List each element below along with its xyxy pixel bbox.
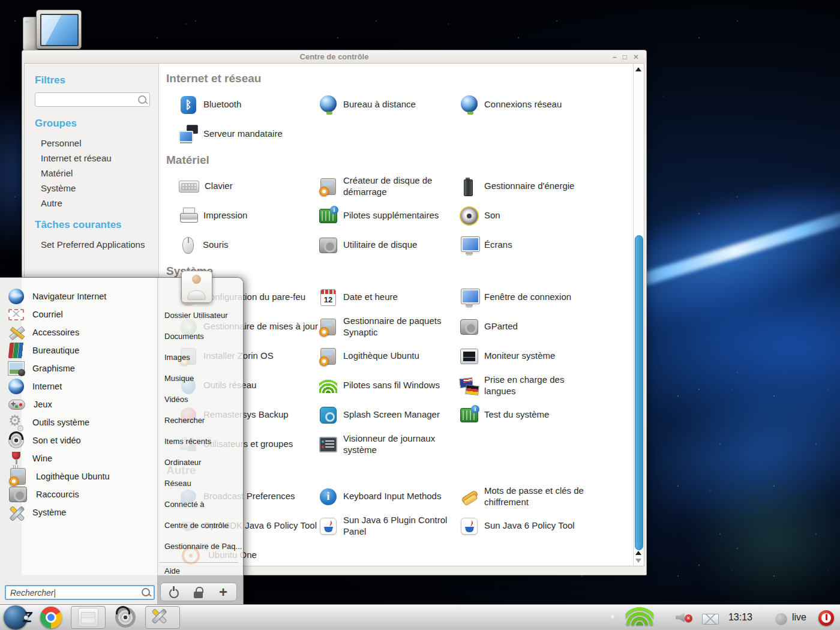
scroll-down-icon[interactable] xyxy=(635,559,641,563)
menu-place-item[interactable]: Documents xyxy=(164,330,245,343)
scroll-up-icon[interactable] xyxy=(635,551,641,555)
menu-place-item[interactable]: Réseau xyxy=(164,477,245,490)
system-tools-gear-icon xyxy=(8,415,24,430)
computer-desktop-icon[interactable] xyxy=(23,10,83,52)
sidebar-group-item[interactable]: Autre xyxy=(35,196,158,211)
menu-category-item[interactable]: Courriel xyxy=(5,305,155,323)
monitor-blue-icon xyxy=(460,236,479,255)
menu-category-item[interactable]: Wine xyxy=(5,449,155,467)
taskbar-launcher[interactable] xyxy=(71,606,106,629)
menu-category-item[interactable]: Bureautique xyxy=(5,341,155,359)
menu-category-item[interactable]: Navigateur Internet xyxy=(5,287,155,305)
menu-help-item[interactable]: Aide xyxy=(164,566,180,575)
item-label: Bluetooth xyxy=(203,99,241,110)
taskbar-launcher[interactable] xyxy=(35,605,67,629)
control-center-item[interactable]: Logithèque Ubuntu xyxy=(319,341,460,371)
session-action-button[interactable] xyxy=(190,584,208,600)
filter-input[interactable] xyxy=(35,92,150,107)
item-label: Gestionnaire d'énergie xyxy=(484,181,574,191)
menu-place-item[interactable]: Vidéos xyxy=(164,393,245,406)
sidebar-group-item[interactable]: Système xyxy=(35,181,158,196)
item-label: Splash Screen Manager xyxy=(343,409,440,420)
sidebar-task-item[interactable]: Set Preferred Applications xyxy=(35,237,158,252)
volume-muted-icon[interactable] xyxy=(674,608,692,626)
control-center-item[interactable]: Serveur mandataire xyxy=(179,119,319,149)
control-center-item[interactable]: Son xyxy=(460,201,633,230)
taskbar-launcher[interactable] xyxy=(110,605,141,629)
minimize-button[interactable]: – xyxy=(613,53,617,61)
sidebar-group-item[interactable]: Internet et réseau xyxy=(35,151,158,166)
control-center-item[interactable]: Pilotes supplémentaires xyxy=(319,201,460,230)
menu-category-item[interactable]: Accessoires xyxy=(5,323,155,341)
item-label: GParted xyxy=(484,321,518,332)
control-center-item[interactable]: Bureau à distance xyxy=(319,90,460,119)
chrome-icon xyxy=(40,607,62,628)
menu-category-item[interactable]: Son et vidéo xyxy=(5,431,155,449)
menu-category-item[interactable]: Graphisme xyxy=(5,359,155,377)
control-center-item[interactable]: Splash Screen Manager xyxy=(319,400,460,430)
close-button[interactable]: ✕ xyxy=(633,53,639,61)
menu-place-item[interactable]: Items récents xyxy=(164,435,245,448)
control-center-item[interactable]: Souris xyxy=(179,230,319,260)
mail-icon[interactable] xyxy=(702,614,719,625)
menu-place-item[interactable]: Dossier Utilisateur xyxy=(164,309,245,322)
control-center-item[interactable]: Impression xyxy=(179,201,319,230)
menu-category-item[interactable]: Outils système xyxy=(5,413,155,431)
system-tools-launcher-icon xyxy=(151,607,175,628)
menu-search-input[interactable] xyxy=(5,585,155,600)
control-center-item[interactable]: Mots de passe et clés de chiffrement xyxy=(460,482,633,511)
menu-category-item[interactable]: Système xyxy=(5,503,155,521)
window-titlebar[interactable]: Centre de contrôle – □ ✕ xyxy=(22,50,646,63)
scroll-up-icon[interactable] xyxy=(635,67,641,71)
item-label: Date et heure xyxy=(343,292,398,302)
control-center-item[interactable]: Keyboard Input Methods xyxy=(319,482,460,511)
menu-category-item[interactable]: Jeux xyxy=(5,395,155,413)
scrollbar-thumb[interactable] xyxy=(635,235,643,550)
input-methods-icon xyxy=(320,488,337,505)
control-center-item[interactable]: Bluetooth xyxy=(179,90,319,119)
taskbar-launcher[interactable] xyxy=(145,606,180,629)
power-icon[interactable] xyxy=(818,610,834,626)
control-center-item[interactable]: Sun Java 6 Plugin Control Panel xyxy=(319,511,460,541)
nebula-glow xyxy=(690,468,840,612)
control-center-item[interactable]: Gestionnaire d'énergie xyxy=(460,172,633,201)
menu-session-actions xyxy=(160,583,237,601)
menu-place-item[interactable]: Connecté à xyxy=(164,498,245,511)
control-center-item[interactable]: Prise en charge des langues xyxy=(460,371,633,400)
control-center-item[interactable]: Clavier xyxy=(179,172,319,201)
control-center-item[interactable]: Pilotes sans fil Windows xyxy=(319,371,460,400)
control-center-item[interactable]: Fenêtre de connexion xyxy=(460,283,633,312)
control-center-item[interactable]: Visionneur de journaux système xyxy=(319,430,460,459)
menu-place-item[interactable]: Centre de contrôle xyxy=(164,519,245,532)
control-center-item[interactable]: Moniteur système xyxy=(460,341,633,371)
menu-place-item[interactable]: Ordinateur xyxy=(164,456,245,469)
remote-desktop-globe-icon xyxy=(320,95,337,112)
control-center-item[interactable]: Test du système xyxy=(460,400,633,430)
menu-place-item[interactable]: Gestionnaire de Paq... xyxy=(164,540,245,553)
control-center-item[interactable]: Sun Java 6 Policy Tool xyxy=(460,511,633,541)
control-center-item[interactable]: Utilitaire de disque xyxy=(319,230,460,260)
control-center-item[interactable]: Écrans xyxy=(460,230,633,260)
menu-category-label: Wine xyxy=(32,454,52,463)
control-center-item[interactable]: Gestionnaire de paquets Synaptic xyxy=(319,312,460,341)
menu-place-item[interactable]: Musique xyxy=(164,372,245,385)
menu-category-item[interactable]: Internet xyxy=(5,377,155,395)
control-center-item[interactable]: GParted xyxy=(460,312,633,341)
control-center-item[interactable]: Date et heure xyxy=(319,283,460,312)
menu-category-item[interactable]: Raccourcis xyxy=(5,485,155,503)
menu-place-item[interactable]: Images xyxy=(164,351,245,364)
menu-category-item[interactable]: Logithèque Ubuntu xyxy=(5,467,155,485)
item-label: Mots de passe et clés de chiffrement xyxy=(484,485,597,508)
menu-place-item[interactable]: Rechercher xyxy=(164,414,245,427)
sidebar-group-item[interactable]: Matériel xyxy=(35,166,158,181)
sidebar-group-item[interactable]: Personnel xyxy=(35,136,158,151)
control-center-item[interactable]: Connexions réseau xyxy=(460,90,633,119)
session-action-button[interactable] xyxy=(215,584,233,600)
clock[interactable]: 13:13 xyxy=(728,612,752,623)
maximize-button[interactable]: □ xyxy=(623,53,627,61)
scrollbar[interactable] xyxy=(633,64,644,566)
wifi-signal-icon[interactable] xyxy=(626,602,653,625)
session-action-button[interactable] xyxy=(164,584,182,600)
control-center-item[interactable]: Créateur de disque de démarrage xyxy=(319,172,460,201)
disk-icon xyxy=(460,319,478,335)
